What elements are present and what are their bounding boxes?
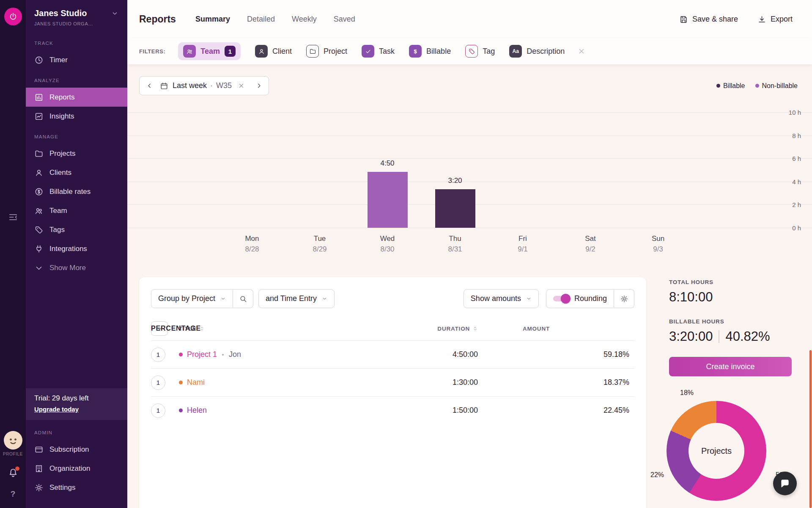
sidebar-item-integrations[interactable]: Integrations [26,239,127,258]
sidebar-nav: TRACKTimerANALYZEReportsInsightsMANAGEPr… [26,41,127,286]
row-duration: 1:50:00 [376,406,478,415]
column-title[interactable]: TITLE [179,326,376,332]
report-table-card: Group by Project and Time Entry [139,277,646,508]
group-count-badge: 1 [151,375,165,390]
export-button[interactable]: Export [757,15,793,24]
app-logo[interactable] [4,8,22,25]
admin-nav: ADMINSubscriptionOrganizationSettings [26,430,127,508]
chart-plot: 10 h8 h6 h4 h2 h0 h4:503:20 [127,112,812,228]
filter-chip-billable[interactable]: $Billable [409,45,451,58]
bar-thu[interactable]: 3:20 [435,189,475,228]
workspace-switcher[interactable]: Janes Studio JANES STUDIO ORGA... [26,8,127,26]
sidebar-item-tags[interactable]: Tags [26,220,127,239]
x-label-fri: Fri9/1 [489,235,557,254]
row-percentage: 59.18% [550,350,634,359]
chat-widget-button[interactable] [773,472,797,495]
top-bar: Reports SummaryDetailedWeeklySaved Save … [127,0,812,38]
show-amounts-dropdown[interactable]: Show amounts [464,289,539,308]
sidebar-item-show-more[interactable]: Show More [26,258,127,277]
filter-chip-client[interactable]: Client [255,45,292,58]
help-icon[interactable]: ? [11,489,16,499]
donut-center-label: Projects [689,423,744,479]
clear-filters-icon[interactable] [577,47,586,55]
billable-rates-icon [34,187,44,196]
rounding-switch[interactable] [553,296,569,301]
tag-filter-icon [465,45,478,58]
table-row[interactable]: 1Nami1:30:0018.37% [151,368,634,396]
row-duration: 1:30:00 [376,378,478,387]
bar-wed[interactable]: 4:50 [368,172,408,228]
scrollbar-thumb[interactable] [809,350,812,508]
sidebar-item-insights[interactable]: Insights [26,107,127,126]
sidebar-section-label: MANAGE [26,134,127,139]
row-title[interactable]: Project 1 [187,350,217,359]
create-invoice-button[interactable]: Create invoice [669,357,792,376]
sidebar-item-team[interactable]: Team [26,201,127,220]
chart-x-axis: Mon8/28Tue8/29Wed8/30Thu8/31Fri9/1Sat9/2… [218,235,692,254]
subgroup-dropdown[interactable]: and Time Entry [258,289,335,308]
prev-week-button[interactable] [141,77,157,95]
notifications-bell-icon[interactable] [8,467,19,478]
filter-chip-team[interactable]: Team1 [178,42,241,60]
summary-panel: TOTAL HOURS 8:10:00 BILLABLE HOURS 3:20:… [669,277,793,508]
row-percentage: 22.45% [550,406,634,415]
profile-button[interactable]: PROFILE [3,431,23,456]
sidebar-item-settings[interactable]: Settings [26,478,127,497]
tab-detailed[interactable]: Detailed [247,15,275,24]
row-title[interactable]: Helen [187,406,207,415]
integrations-icon [34,244,44,254]
collapse-sidebar-icon[interactable] [8,212,19,223]
donut-ring[interactable]: Projects [667,401,766,501]
sidebar-item-projects[interactable]: Projects [26,144,127,163]
upgrade-link[interactable]: Upgrade today [34,406,79,413]
filter-chip-description[interactable]: AaDescription [509,45,565,58]
page-title: Reports [139,14,176,25]
sidebar-item-organization[interactable]: Organization [26,459,127,478]
table-body: 1Project 1Jon4:50:0059.18%1Nami1:30:0018… [151,340,634,424]
rounding-settings-button[interactable] [614,289,634,308]
x-label-wed: Wed8/30 [354,235,421,254]
column-amount[interactable]: AMOUNT [478,326,550,332]
sidebar-item-subscription[interactable]: Subscription [26,440,127,459]
table-row[interactable]: 1Helen1:50:0022.45% [151,396,634,424]
group-by-dropdown[interactable]: Group by Project [151,289,233,308]
filter-chips: Team1ClientProjectTask$BillableTagAaDesc… [178,42,565,60]
sidebar-section-label: TRACK [26,41,127,46]
report-tabs: SummaryDetailedWeeklySaved [195,15,355,24]
clear-date-icon[interactable] [238,82,245,89]
date-range-picker: Last week · W35 [139,76,269,95]
separator-dot [222,354,224,356]
icon-rail: PROFILE ? [0,0,26,508]
date-range-label[interactable]: Last week [173,81,207,90]
column-percentage[interactable]: PERCENTAGE [151,325,206,332]
settings-icon [34,483,44,492]
sidebar-section-label: ANALYZE [26,78,127,83]
team-filter-icon [183,45,196,58]
sidebar-item-clients[interactable]: Clients [26,163,127,182]
column-duration[interactable]: DURATION [376,326,478,332]
trial-banner: Trial: 29 days left Upgrade today [26,388,127,420]
chat-bubble-icon [779,478,790,489]
filter-chip-project[interactable]: Project [306,45,347,58]
sort-icon[interactable] [472,326,478,331]
save-icon [679,15,688,24]
filter-chip-tag[interactable]: Tag [465,45,495,58]
save-share-button[interactable]: Save & share [679,15,738,24]
sidebar-item-billable-rates[interactable]: Billable rates [26,182,127,201]
filter-chip-task[interactable]: Task [362,45,395,58]
legend-billable: Billable [716,82,745,90]
app-root: PROFILE ? Janes Studio JANES STUDIO ORGA… [0,0,812,508]
main-area: Reports SummaryDetailedWeeklySaved Save … [127,0,812,508]
tab-weekly[interactable]: Weekly [292,15,317,24]
sidebar-item-reports[interactable]: Reports [26,88,127,107]
tab-saved[interactable]: Saved [334,15,355,24]
table-header: TITLE DURATION AMOUNT PERCENTAGE [151,317,634,340]
row-title[interactable]: Nami [187,378,205,387]
tab-summary[interactable]: Summary [195,15,230,24]
rounding-control[interactable]: Rounding [546,289,614,308]
sidebar-item-timer[interactable]: Timer [26,50,127,69]
search-button[interactable] [233,289,253,308]
chart-column-thu: 3:20 [421,112,489,228]
table-row[interactable]: 1Project 1Jon4:50:0059.18% [151,340,634,368]
next-week-button[interactable] [251,77,267,95]
